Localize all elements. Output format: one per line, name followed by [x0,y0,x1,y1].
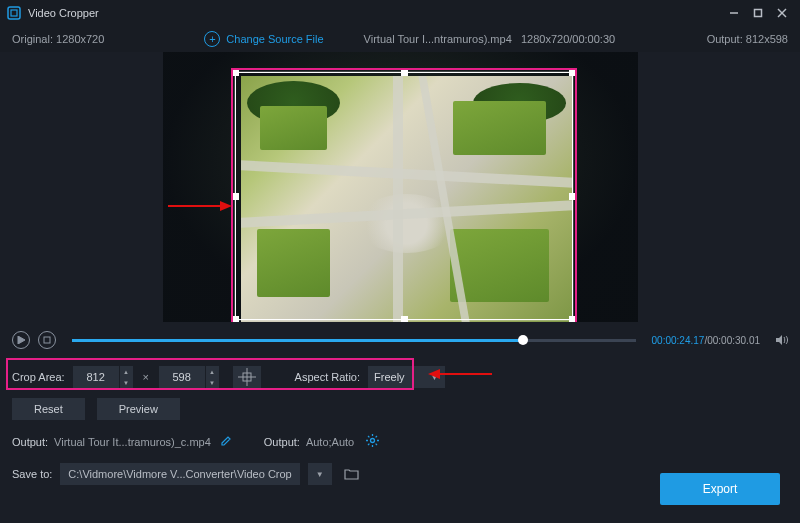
output-preset-value: Auto;Auto [306,436,354,448]
crop-height-field: ▲▼ [159,366,219,388]
original-size-label: Original: 1280x720 [12,33,104,45]
crop-handle-tl[interactable] [232,69,239,76]
crop-handle-ml[interactable] [232,193,239,200]
stop-button[interactable] [38,331,56,349]
export-button[interactable]: Export [660,473,780,505]
svg-marker-6 [18,336,25,344]
crop-width-field: ▲▼ [73,366,133,388]
source-info-bar: Original: 1280x720 + Change Source File … [0,26,800,52]
app-logo-icon [6,5,22,21]
crop-controls: Crop Area: ▲▼ × ▲▼ Aspect Ratio: Freely▼… [0,356,800,426]
svg-rect-7 [44,337,50,343]
output-file-label: Output: [12,436,48,448]
crop-frame[interactable] [235,72,573,320]
source-file-info: Virtual Tour I...ntramuros).mp4 1280x720… [364,33,616,45]
output-file-name: Virtual Tour It...tramuros)_c.mp4 [54,436,211,448]
svg-rect-1 [11,10,17,16]
save-path-field[interactable]: C:\Vidmore\Vidmore V...Converter\Video C… [60,463,299,485]
save-to-label: Save to: [12,468,52,480]
svg-point-11 [371,439,375,443]
progress-bar[interactable] [72,339,636,342]
crop-area-label: Crop Area: [12,371,65,383]
crop-height-input[interactable] [159,366,205,388]
time-display: 00:00:24.17/00:00:30.01 [652,335,760,346]
crop-handle-bl[interactable] [232,316,239,322]
multiply-icon: × [141,371,151,383]
svg-rect-0 [8,7,20,19]
video-preview-area [0,52,800,324]
edit-filename-icon[interactable] [221,435,232,448]
playback-bar: 00:00:24.17/00:00:30.01 [0,324,800,356]
open-folder-button[interactable] [340,463,364,485]
chevron-down-icon: ▼ [431,373,439,382]
aspect-ratio-select[interactable]: Freely▼ [368,366,444,388]
window-title: Video Cropper [28,7,99,19]
preview-button[interactable]: Preview [97,398,180,420]
change-source-button[interactable]: + Change Source File [204,31,323,47]
progress-knob[interactable] [518,335,528,345]
crop-handle-mr[interactable] [569,193,576,200]
plus-circle-icon: + [204,31,220,47]
video-stage[interactable] [163,52,638,322]
output-settings-icon[interactable] [366,434,379,449]
crop-handle-tc[interactable] [401,69,408,76]
crop-handle-br[interactable] [569,316,576,322]
maximize-button[interactable] [746,1,770,25]
play-button[interactable] [12,331,30,349]
minimize-button[interactable] [722,1,746,25]
aspect-ratio-label: Aspect Ratio: [295,371,360,383]
output-preset-label: Output: [264,436,300,448]
reset-button[interactable]: Reset [12,398,85,420]
titlebar: Video Cropper [0,0,800,26]
crop-width-stepper[interactable]: ▲▼ [119,366,133,388]
save-path-dropdown[interactable]: ▼ [308,463,332,485]
progress-fill [72,339,523,342]
output-file-row: Output: Virtual Tour It...tramuros)_c.mp… [0,426,800,457]
crop-handle-tr[interactable] [569,69,576,76]
crop-handle-bc[interactable] [401,316,408,322]
volume-icon[interactable] [774,333,788,347]
center-crop-button[interactable] [233,366,261,388]
output-size-label: Output: 812x598 [707,33,788,45]
svg-rect-3 [755,10,762,17]
crop-width-input[interactable] [73,366,119,388]
close-button[interactable] [770,1,794,25]
crop-height-stepper[interactable]: ▲▼ [205,366,219,388]
